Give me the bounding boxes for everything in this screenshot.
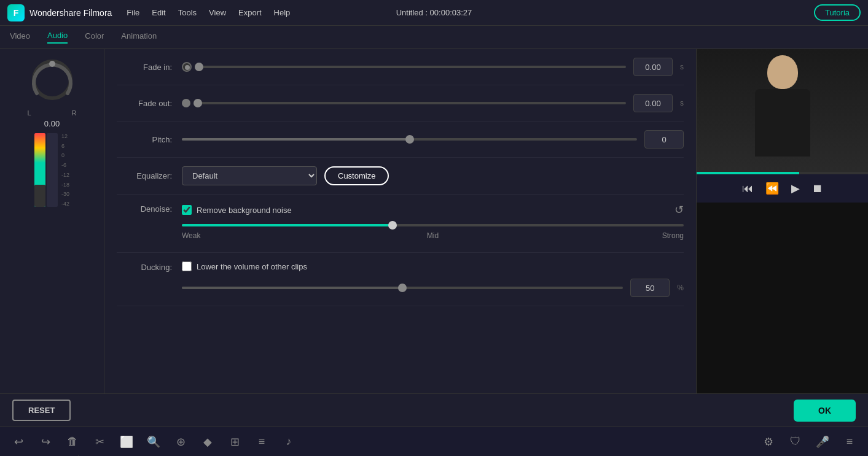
toolbar-mic[interactable]: 🎤 (811, 431, 834, 453)
fade-out-slider-wrapper: 0.00 s (182, 94, 684, 112)
rewind-button[interactable]: ⏮ (742, 182, 753, 195)
scale-0: 0 (61, 152, 69, 158)
menu-edit[interactable]: Edit (152, 8, 165, 17)
denoise-slider[interactable] (182, 224, 684, 226)
meter-left-bar (34, 133, 45, 207)
denoise-slider-container: Weak Mid Strong (182, 224, 684, 240)
person-silhouette (746, 55, 819, 166)
top-bar: F Wondershare Filmora File Edit Tools Vi… (0, 0, 868, 26)
fade-in-row: Fade in: 0.00 s (117, 49, 684, 85)
denoise-top: Remove background noise ↺ (182, 203, 684, 217)
fade-in-slider[interactable] (199, 66, 626, 68)
denoise-row: Denoise: Remove background noise ↺ Weak … (117, 195, 684, 253)
ducking-checkbox-label: Lower the volume of other clips (197, 262, 307, 271)
ducking-unit: % (677, 284, 684, 292)
denoise-checkbox-label: Remove background noise (197, 206, 292, 215)
denoise-checkbox[interactable] (182, 205, 192, 215)
toolbar-delete[interactable]: 🗑 (61, 431, 84, 453)
denoise-weak: Weak (182, 231, 349, 240)
right-label: R (72, 109, 77, 117)
volume-knob-svg[interactable] (28, 55, 77, 104)
denoise-reset-button[interactable]: ↺ (674, 203, 684, 217)
ducking-row: Ducking: Lower the volume of other clips… (117, 253, 684, 306)
left-label: L (28, 109, 31, 117)
fade-in-toggle[interactable] (182, 62, 192, 72)
toolbar-zoom[interactable]: 🔍 (143, 431, 165, 453)
scale-12: 12 (61, 133, 69, 139)
tutorial-button[interactable]: Tutoria (814, 4, 861, 21)
equalizer-select[interactable]: Default Classic Low Bass Podcast (182, 166, 317, 185)
menu-help[interactable]: Help (274, 8, 291, 17)
volume-meter: 12 6 0 -6 -12 -18 -30 -42 (34, 133, 69, 207)
toolbar-undo[interactable]: ↩ (7, 431, 29, 453)
customize-button[interactable]: Customize (324, 166, 389, 185)
menu-export[interactable]: Export (238, 8, 262, 17)
person-head (767, 55, 798, 89)
fade-out-slider[interactable] (198, 102, 626, 104)
toolbar-list[interactable]: ≡ (251, 431, 273, 453)
preview-controls: ⏮ ⏪ ▶ ⏹ (697, 174, 868, 203)
scale-neg18: -18 (61, 182, 69, 188)
reset-button[interactable]: RESET (12, 400, 71, 421)
volume-display: 0.00 (44, 119, 60, 128)
scale-neg42: -42 (61, 201, 69, 207)
meter-scale: 12 6 0 -6 -12 -18 -30 -42 (61, 133, 69, 207)
svg-point-1 (49, 61, 55, 67)
fade-out-row: Fade out: 0.00 s (117, 85, 684, 122)
scale-6: 6 (61, 143, 69, 149)
preview-person-area (697, 49, 868, 172)
ok-button[interactable]: OK (794, 400, 856, 422)
toolbar-shield[interactable]: 🛡 (784, 431, 807, 453)
equalizer-row: Equalizer: Default Classic Low Bass Podc… (117, 158, 684, 195)
fade-in-unit: s (680, 63, 684, 71)
preview-video (697, 49, 868, 172)
ducking-slider[interactable] (182, 287, 623, 289)
toolbar-captions[interactable]: ≡ (839, 431, 861, 453)
ducking-value: 50 (630, 279, 670, 297)
meter-right-bar (47, 133, 58, 207)
stop-button[interactable]: ⏹ (812, 182, 823, 195)
pitch-row: Pitch: 0 (117, 122, 684, 158)
menu-view[interactable]: View (209, 8, 226, 17)
toolbar-shape[interactable]: ◆ (197, 431, 219, 453)
pitch-slider-wrapper: 0 (182, 130, 684, 149)
fade-out-thumb[interactable] (182, 99, 190, 107)
toolbar-add[interactable]: ⊕ (170, 431, 192, 453)
fade-in-value: 0.00 (633, 58, 673, 76)
preview-progress-bar[interactable] (697, 172, 868, 174)
pitch-slider[interactable] (182, 138, 637, 141)
toolbar-crop[interactable]: ⬜ (115, 431, 138, 453)
fade-out-label: Fade out: (117, 99, 172, 108)
ducking-top: Lower the volume of other clips (182, 261, 684, 271)
fade-in-slider-wrapper: 0.00 s (182, 58, 684, 76)
menu-file[interactable]: File (127, 8, 139, 17)
step-back-button[interactable]: ⏪ (765, 182, 779, 195)
volume-knob-container (28, 55, 77, 104)
app-logo: F Wondershare Filmora (7, 4, 112, 21)
ducking-slider-row: 50 % (182, 279, 684, 297)
toolbar-redo[interactable]: ↪ (34, 431, 57, 453)
tab-color[interactable]: Color (85, 31, 104, 43)
ducking-content: Lower the volume of other clips 50 % (182, 261, 684, 297)
toolbar-audio[interactable]: ♪ (278, 431, 300, 453)
tab-animation[interactable]: Animation (121, 31, 157, 43)
toolbar-grid[interactable]: ⊞ (224, 431, 246, 453)
left-panel: L R 0.00 12 6 0 -6 -12 -18 -30 -42 (0, 49, 104, 393)
tab-video[interactable]: Video (10, 31, 30, 43)
denoise-content: Remove background noise ↺ Weak Mid Stron… (182, 203, 684, 244)
toolbar: ↩ ↪ 🗑 ✂ ⬜ 🔍 ⊕ ◆ ⊞ ≡ ♪ ⚙ 🛡 🎤 ≡ (0, 427, 868, 456)
project-title: Untitled : 00:00:03:27 (396, 8, 472, 17)
fade-in-label: Fade in: (117, 63, 172, 72)
tab-audio[interactable]: Audio (47, 31, 68, 44)
toolbar-effects[interactable]: ⚙ (757, 431, 780, 453)
toolbar-cut[interactable]: ✂ (88, 431, 111, 453)
play-button[interactable]: ▶ (791, 182, 800, 195)
scale-neg30: -30 (61, 191, 69, 197)
ducking-checkbox[interactable] (182, 261, 192, 271)
denoise-strong: Strong (517, 231, 684, 240)
menu-tools[interactable]: Tools (178, 8, 197, 17)
preview-progress-fill (697, 172, 799, 174)
person-body (755, 89, 810, 157)
denoise-mid: Mid (349, 231, 516, 240)
fade-out-unit: s (680, 99, 684, 107)
